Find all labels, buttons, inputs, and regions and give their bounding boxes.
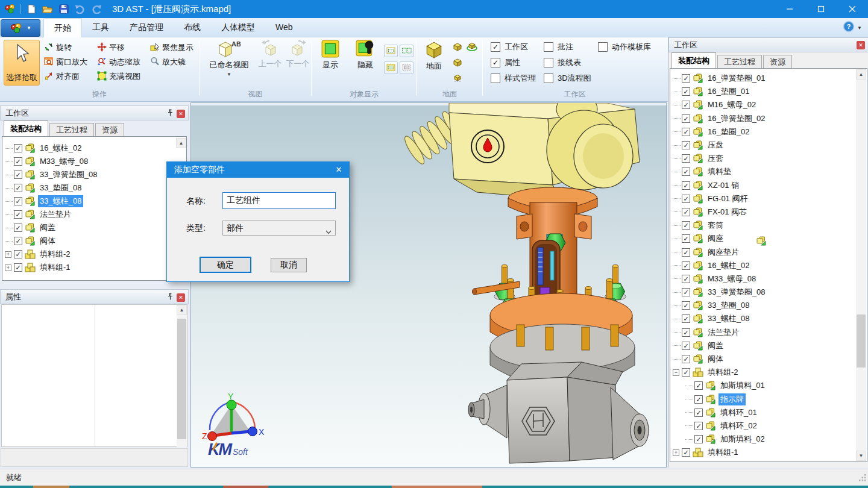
tree-item[interactable]: ✓指示牌 [670,393,867,406]
window-zoom-button[interactable]: 窗口放大 [42,57,95,68]
tree-item-label[interactable]: 阀体 [38,235,57,247]
redo-button[interactable] [89,2,104,16]
scrollbar-thumb[interactable] [177,319,186,439]
tree-item-label[interactable]: 填料组-1 [38,261,72,274]
tree-item[interactable]: +✓填料组-1 [2,261,186,274]
scroll-up-icon[interactable]: ▲ [177,305,187,315]
scroll-up-icon[interactable]: ▲ [856,69,866,80]
menu-tab-5[interactable]: Web [265,18,303,37]
menu-tab-4[interactable]: 人体模型 [211,18,265,37]
tree-checkbox[interactable]: ✓ [682,221,690,230]
3d-viewport[interactable]: Y X Z KM Soft [190,102,667,468]
tree-checkbox[interactable]: ✓ [694,422,703,430]
tree-item[interactable]: ✓33_垫圈_08 [2,181,186,195]
tree-item[interactable]: ✓填料环_01 [670,406,867,419]
tree-item-label[interactable]: M33_螺母_08 [38,155,90,167]
menu-tab-2[interactable]: 产品管理 [119,18,174,37]
tree-item[interactable]: ✓加斯填料_01 [670,379,867,392]
tree-item[interactable]: ✓16_弹簧垫圈_01 [670,72,867,85]
tree-item-label[interactable]: 填料组-1 [706,446,740,458]
tree-checkbox[interactable]: ✓ [682,314,690,323]
right-assembly-tree[interactable]: ✓16_弹簧垫圈_01✓16_垫圈_01✓M16_螺母_02✓16_弹簧垫圈_0… [670,68,867,462]
tree-item[interactable]: +✓填料组-2 [2,248,186,261]
tree-checkbox[interactable]: ✓ [682,355,690,363]
tree-item[interactable]: ✓16_螺柱_02 [670,259,867,272]
tree-item-label[interactable]: 法兰垫片 [706,327,741,339]
tree-checkbox[interactable]: ✓ [682,234,690,243]
tree-item-label[interactable]: 法兰垫片 [38,208,73,221]
tree-checkbox[interactable]: ✓ [682,275,690,283]
tree-item-label[interactable]: 16_垫圈_02 [706,126,751,138]
tree-checkbox[interactable]: ✓ [682,288,690,296]
dynamic-zoom-button[interactable]: 动态缩放 [95,57,148,68]
save-button[interactable] [57,2,71,16]
tree-item[interactable]: ✓阀座垫片 [670,245,867,258]
tree-item[interactable]: ✓16_垫圈_02 [670,125,867,139]
tree-checkbox[interactable]: ✓ [682,114,690,123]
scrollbar-thumb[interactable] [857,314,866,368]
app-logo-icon[interactable] [3,2,17,16]
tree-checkbox[interactable]: ✓ [14,157,22,166]
tree-item[interactable]: ✓填料垫 [670,165,867,178]
tree-item-label[interactable]: 填料组-2 [38,248,72,260]
tree-item[interactable]: ✓FX-01 阀芯 [670,205,867,219]
tree-checkbox[interactable]: ✓ [14,197,22,205]
focus-button[interactable]: 聚焦显示 [148,42,200,54]
left-assembly-tree[interactable]: ✓16_螺柱_02✓M33_螺母_08✓33_弹簧垫圈_08✓33_垫圈_08✓… [2,136,187,281]
left-panel-close-icon[interactable]: ✕ [177,110,185,118]
tree-checkbox[interactable]: ✓ [682,101,690,109]
ground-button[interactable]: 地面 [420,40,448,72]
tree-item-label[interactable]: 压盘 [706,139,725,151]
close-button[interactable] [837,0,868,18]
tree-item-label[interactable]: 填料环_01 [719,407,759,419]
tree-item[interactable]: ✓阀座 [670,232,867,245]
ok-button[interactable]: 确定 [200,257,251,273]
tree-item-label[interactable]: 16_垫圈_01 [706,86,751,98]
tree-item[interactable]: ✓套筒 [670,219,867,232]
tree-item-label[interactable]: 阀座 [706,233,725,245]
expander-minus-icon[interactable]: − [673,369,679,376]
undo-button[interactable] [73,2,87,16]
right-panel-close-icon[interactable]: ✕ [857,41,865,49]
display-option-2-button[interactable] [400,45,414,57]
application-menu-button[interactable]: ▼ [1,19,40,37]
named-view-button[interactable]: AB 已命名视图 ▼ [203,40,256,77]
tree-item-label[interactable]: XZ-01 销 [706,180,741,192]
tree-checkbox[interactable]: ✓ [682,248,690,257]
tree-checkbox[interactable]: ✓ [694,408,703,417]
tree-checkbox[interactable]: ✓ [14,237,22,245]
tree-item[interactable]: ✓33_垫圈_08 [670,299,867,312]
workspace-toggle-6[interactable]: 动作模板库 [598,41,651,53]
expander-plus-icon[interactable]: + [673,449,679,456]
help-icon[interactable]: ? [843,20,855,35]
scrollbar-track[interactable] [177,315,187,448]
tree-checkbox[interactable]: ✓ [682,195,690,203]
tree-checkbox[interactable]: ✓ [694,395,703,404]
tree-checkbox[interactable]: ✓ [14,224,22,232]
tree-checkbox[interactable]: ✓ [682,368,690,377]
tree-item-label[interactable]: M16_螺母_02 [706,99,758,111]
name-input[interactable] [222,192,336,209]
tree-item-label[interactable]: 16_弹簧垫圈_01 [706,72,767,84]
display-option-3-button[interactable] [384,61,398,74]
tree-item-label[interactable]: 填料环_02 [719,420,759,432]
tree-item-label[interactable]: 填料垫 [706,166,733,178]
tree-item[interactable]: +✓填料组-1 [670,446,867,459]
tree-checkbox[interactable]: ✓ [682,167,690,176]
chevron-down-icon[interactable]: ▼ [857,25,862,31]
tree-item[interactable]: ✓M33_螺母_08 [2,155,186,168]
workspace-toggle-0[interactable]: ✓工作区 [491,41,536,53]
hide-button[interactable]: 隐藏 [350,40,381,70]
tree-checkbox[interactable]: ✓ [14,210,22,219]
tree-checkbox[interactable]: ✓ [682,448,690,457]
left-panel-tab-0[interactable]: 装配结构 [4,120,48,136]
maximize-button[interactable] [805,0,837,18]
tree-item[interactable]: ✓33_弹簧垫圈_08 [670,286,867,299]
tree-checkbox[interactable]: ✓ [682,261,690,270]
tree-checkbox[interactable]: ✓ [682,208,690,216]
rotate-button[interactable]: 旋转 [42,42,95,54]
previous-view-button[interactable]: 上一个 [257,40,283,69]
tree-item-label[interactable]: FG-01 阀杆 [706,193,749,205]
tree-item-label[interactable]: 33_螺柱_08 [706,313,751,325]
tree-item[interactable]: ✓阀体 [2,234,186,248]
